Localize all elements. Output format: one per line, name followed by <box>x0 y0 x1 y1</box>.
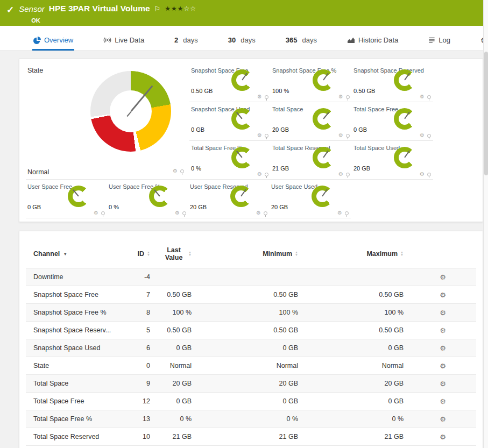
channel-gauge-cell: Snapshot Space Free 0.50 GB ⚙ <box>189 63 271 102</box>
flag-icon[interactable]: ⚐ <box>154 5 161 13</box>
tab-log[interactable]: Log <box>427 36 451 51</box>
pin-icon[interactable] <box>180 169 184 173</box>
gear-icon[interactable]: ⚙ <box>257 133 262 138</box>
stars-empty[interactable]: ☆☆ <box>184 5 197 12</box>
gear-icon[interactable]: ⚙ <box>338 94 343 99</box>
cell-channel: Snapshot Space Free <box>26 286 125 304</box>
gauge-dial <box>230 186 252 207</box>
tab-30-days[interactable]: 30 days <box>227 36 257 51</box>
gear-icon[interactable]: ⚙ <box>420 172 425 177</box>
ok-check-icon: ✓ <box>6 4 14 16</box>
gauge-dial <box>394 108 415 130</box>
pin-icon[interactable] <box>345 211 349 215</box>
column-header-last-value[interactable]: Last Value ▲▼ <box>150 246 192 261</box>
column-header-channel-label: Channel <box>33 250 60 258</box>
gauge-value: 0.50 GB <box>353 88 375 94</box>
gauge-title: Snapshot Space Used <box>189 102 271 112</box>
vertical-scrollbar[interactable] <box>483 0 488 448</box>
tab-overview[interactable]: Overview <box>32 36 74 51</box>
channel-settings-gear-icon[interactable]: ⚙ <box>440 327 446 334</box>
channel-settings-gear-icon[interactable]: ⚙ <box>440 380 446 387</box>
pin-icon[interactable] <box>427 134 431 138</box>
table-row[interactable]: Snapshot Space Free % 8 100 % 100 % 100 … <box>26 304 476 322</box>
state-gauge-dial <box>90 71 171 152</box>
table-row[interactable]: Total Space Reserved 10 21 GB 21 GB 21 G… <box>26 428 476 446</box>
table-row[interactable]: Snapshot Space Used 6 0 GB 0 GB 0 GB ⚙ <box>26 339 476 357</box>
cell-id: 10 <box>125 428 150 446</box>
gauge-dial <box>149 186 171 207</box>
gear-icon[interactable]: ⚙ <box>338 172 343 177</box>
priority-stars[interactable]: ★★★☆☆ <box>165 5 196 12</box>
tab-2-days-label: days <box>183 36 197 44</box>
cell-id: 13 <box>125 410 150 428</box>
live-data-broadcast-icon <box>103 37 111 44</box>
tab-historic-data-label: Historic Data <box>358 36 398 44</box>
column-header-maximum[interactable]: Maximum ▲▼ <box>298 250 404 258</box>
gauge-title: Snapshot Space Free % <box>271 63 352 74</box>
prtg-sensor-page: ✓ Sensor HPE 3PAR Virtual Volume ⚐ ★★★☆☆… <box>0 0 483 448</box>
channel-settings-gear-icon[interactable]: ⚙ <box>440 345 446 352</box>
sensor-header: ✓ Sensor HPE 3PAR Virtual Volume ⚐ ★★★☆☆… <box>0 0 483 26</box>
gauge-value: 21 GB <box>272 165 289 172</box>
gear-icon[interactable]: ⚙ <box>420 94 425 99</box>
pin-icon[interactable] <box>265 134 268 138</box>
table-row[interactable]: Snapshot Space Reserv... 5 0.50 GB 0.50 … <box>26 322 476 339</box>
channel-settings-gear-icon[interactable]: ⚙ <box>440 362 446 369</box>
table-row[interactable]: Snapshot Space Free 7 0.50 GB 0.50 GB 0.… <box>26 286 476 304</box>
cell-channel: Snapshot Space Used <box>26 339 125 357</box>
column-header-minimum[interactable]: Minimum ▲▼ <box>192 250 298 258</box>
gauge-value: 0 GB <box>353 126 367 133</box>
gear-icon[interactable]: ⚙ <box>338 133 343 138</box>
channel-settings-gear-icon[interactable]: ⚙ <box>440 291 446 298</box>
table-row[interactable]: Total Space Free % 13 0 % 0 % 0 % ⚙ <box>26 410 476 428</box>
gear-icon[interactable]: ⚙ <box>257 94 262 99</box>
gear-icon[interactable]: ⚙ <box>173 168 178 174</box>
cell-maximum: 0 GB <box>298 339 404 357</box>
tab-2-days[interactable]: 2 days <box>173 36 199 51</box>
gauge-dial <box>394 69 415 91</box>
scrollbar-thumb[interactable] <box>484 52 488 175</box>
table-row[interactable]: Downtime -4 ⚙ <box>26 268 476 286</box>
channel-settings-gear-icon[interactable]: ⚙ <box>440 416 446 423</box>
gear-icon[interactable]: ⚙ <box>420 133 425 138</box>
channel-settings-gear-icon[interactable]: ⚙ <box>440 309 446 316</box>
stars-filled[interactable]: ★★★ <box>165 5 183 12</box>
gauge-value: 100 % <box>272 88 289 94</box>
tab-365-days[interactable]: 365 days <box>285 36 318 51</box>
tab-30-days-number: 30 <box>228 36 236 44</box>
gauge-value: 0 GB <box>191 126 204 133</box>
table-row[interactable]: Total Space 9 20 GB 20 GB 20 GB ⚙ <box>26 375 476 393</box>
table-row[interactable]: State 0 Normal Normal Normal ⚙ <box>26 357 476 375</box>
pin-icon[interactable] <box>346 173 350 176</box>
gauge-title: Total Space Used <box>352 141 433 151</box>
gear-icon[interactable]: ⚙ <box>94 210 98 216</box>
channel-gauge-row: User Space Free 0 GB ⚙ User Space Free % <box>26 180 476 218</box>
column-header-channel[interactable]: Channel ▼ <box>26 250 125 258</box>
gauge-title: Total Space <box>271 102 352 112</box>
gear-icon[interactable]: ⚙ <box>257 172 262 177</box>
gear-icon[interactable]: ⚙ <box>337 210 342 216</box>
pin-icon[interactable] <box>264 211 267 215</box>
pin-icon[interactable] <box>265 95 268 99</box>
cell-minimum: 0.50 GB <box>192 322 298 339</box>
column-header-id[interactable]: ID ▲▼ <box>125 250 150 258</box>
table-row[interactable]: Total Space Free 12 0 GB 0 GB 0 GB ⚙ <box>26 393 476 410</box>
channel-settings-gear-icon[interactable]: ⚙ <box>440 398 446 405</box>
pin-icon[interactable] <box>427 173 431 176</box>
pin-icon[interactable] <box>265 173 268 176</box>
tab-live-data[interactable]: Live Data <box>102 36 145 51</box>
pin-icon[interactable] <box>346 95 350 99</box>
channel-settings-gear-icon[interactable]: ⚙ <box>440 274 446 281</box>
gear-icon[interactable]: ⚙ <box>175 210 180 216</box>
pin-icon[interactable] <box>346 134 350 138</box>
gauge-value: 20 GB <box>190 204 207 210</box>
pin-icon[interactable] <box>182 211 186 215</box>
cell-minimum: 0.50 GB <box>192 286 298 304</box>
state-gauge-cell: State Normal ⚙ <box>26 63 189 180</box>
channel-settings-gear-icon[interactable]: ⚙ <box>440 433 446 440</box>
gauge-value: 20 GB <box>353 165 370 172</box>
tab-historic-data[interactable]: Historic Data <box>346 36 399 51</box>
pin-icon[interactable] <box>101 211 105 215</box>
pin-icon[interactable] <box>427 95 431 99</box>
gear-icon[interactable]: ⚙ <box>256 210 261 216</box>
